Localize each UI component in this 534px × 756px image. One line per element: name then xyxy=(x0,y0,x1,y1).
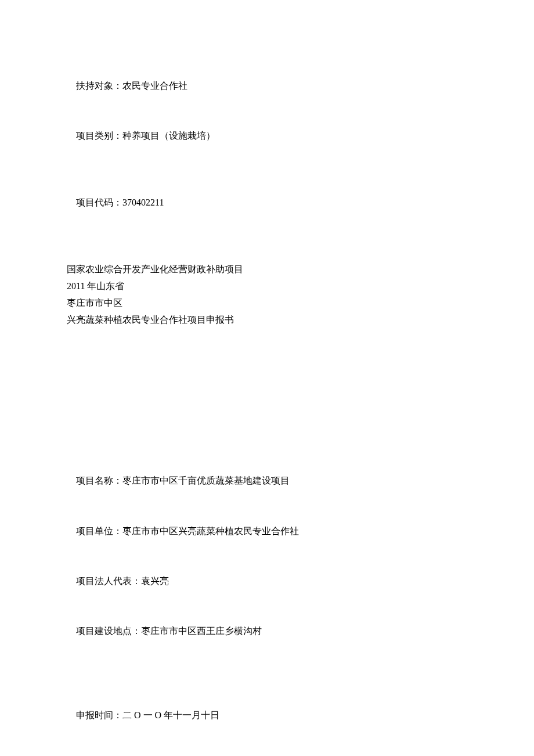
support-target-line: 扶持对象：农民专业合作社 xyxy=(67,61,467,111)
submission-time-label: 申报时间： xyxy=(76,710,122,720)
project-unit-line: 项目单位：枣庄市市中区兴亮蔬菜种植农民专业合作社 xyxy=(67,506,467,556)
spacer xyxy=(67,657,467,690)
support-target-label: 扶持对象： xyxy=(76,81,122,91)
title-line-1: 国家农业综合开发产业化经营财政补助项目 xyxy=(67,261,467,278)
spacer xyxy=(67,161,467,178)
project-category-label: 项目类别： xyxy=(76,131,122,141)
location-label: 项目建设地点： xyxy=(76,626,141,636)
project-unit-value: 枣庄市市中区兴亮蔬菜种植农民专业合作社 xyxy=(122,526,299,536)
project-name-value: 枣庄市市中区千亩优质蔬菜基地建设项目 xyxy=(122,476,290,485)
title-line-3: 枣庄市市中区 xyxy=(67,295,467,312)
project-unit-label: 项目单位： xyxy=(76,526,122,536)
project-name-label: 项目名称： xyxy=(76,476,122,485)
spacer xyxy=(67,228,467,261)
document-page: 扶持对象：农民专业合作社 项目类别：种养项目（设施栽培） 项目代码：370402… xyxy=(0,0,534,756)
project-category-line: 项目类别：种养项目（设施栽培） xyxy=(67,111,467,161)
project-code-label: 项目代码： xyxy=(76,197,122,207)
location-value: 枣庄市市中区西王庄乡横沟村 xyxy=(141,626,262,636)
project-category-value: 种养项目（设施栽培） xyxy=(122,131,215,141)
legal-rep-value: 袁兴亮 xyxy=(141,576,169,586)
support-target-value: 农民专业合作社 xyxy=(122,81,187,91)
location-line: 项目建设地点：枣庄市市中区西王庄乡横沟村 xyxy=(67,607,467,657)
project-code-value: 370402211 xyxy=(122,197,164,207)
legal-rep-line: 项目法人代表：袁兴亮 xyxy=(67,556,467,606)
submission-time-value: 二 O 一 O 年十一月十日 xyxy=(122,710,219,720)
title-line-4: 兴亮蔬菜种植农民专业合作社项目申报书 xyxy=(67,312,467,329)
spacer xyxy=(67,328,467,456)
project-code-line: 项目代码：370402211 xyxy=(67,178,467,228)
title-line-2: 2011 年山东省 xyxy=(67,278,467,295)
legal-rep-label: 项目法人代表： xyxy=(76,576,141,586)
project-name-line: 项目名称：枣庄市市中区千亩优质蔬菜基地建设项目 xyxy=(67,456,467,506)
submission-time-line: 申报时间：二 O 一 O 年十一月十日 xyxy=(67,690,467,740)
spacer xyxy=(67,740,467,756)
